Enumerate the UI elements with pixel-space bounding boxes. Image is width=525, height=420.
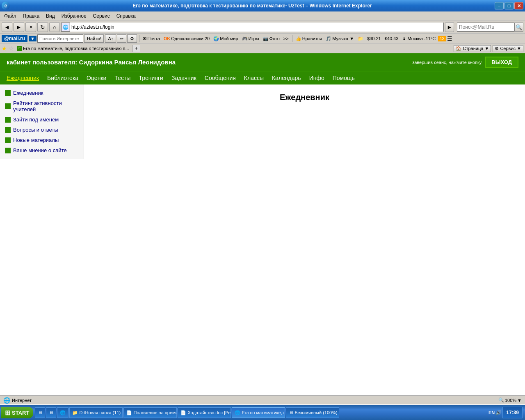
- mail-search-input[interactable]: [38, 35, 83, 42]
- browser-icon: e: [2, 2, 10, 10]
- zoom-control[interactable]: 🔍 100% ▼: [498, 397, 522, 403]
- logout-btn[interactable]: ВЫХОД: [485, 57, 518, 68]
- ok-icon: OK: [164, 36, 171, 41]
- menu-view[interactable]: Вид: [43, 12, 57, 20]
- mail-logo[interactable]: @mail.ru: [2, 35, 27, 42]
- nav-item-tests[interactable]: Тесты: [114, 71, 130, 84]
- home-btn[interactable]: ⌂: [49, 22, 60, 32]
- nav-item-trainings[interactable]: Тренинги: [139, 71, 163, 84]
- games-icon: 🎮: [242, 36, 248, 41]
- nravitsya-link[interactable]: 👍 Нравится: [294, 36, 324, 41]
- menu-service[interactable]: Сервис: [91, 12, 112, 20]
- nav-item-classes[interactable]: Классы: [244, 71, 264, 84]
- main-layout: Ежедневник Рейтинг активности учителей З…: [0, 84, 525, 159]
- music-icon: 🎵: [326, 36, 331, 41]
- currency2: €40.43: [383, 36, 400, 41]
- page-content: Ежедневник: [84, 84, 525, 159]
- find-btn[interactable]: Найти!: [84, 34, 104, 43]
- window-title: Егэ по математике, подготовка к тестиров…: [10, 3, 495, 9]
- menu-edit[interactable]: Правка: [21, 12, 42, 20]
- address-icon: 🌐: [62, 23, 70, 31]
- content-area: кабинет пользователя: Сидоркина Раисья Л…: [0, 53, 525, 395]
- games-link[interactable]: 🎮 Игры: [241, 36, 260, 41]
- nav-item-messages[interactable]: Сообщения: [205, 71, 236, 84]
- mail-search-dropdown[interactable]: ▼: [29, 36, 37, 41]
- search-input[interactable]: [457, 23, 514, 32]
- menu-help[interactable]: Справка: [114, 12, 138, 20]
- site-header: кабинет пользователя: Сидоркина Раисья Л…: [0, 53, 525, 71]
- sidebar-item-new-materials[interactable]: Новые материалы: [2, 135, 82, 145]
- status-right: 🔍 100% ▼: [498, 397, 522, 403]
- status-bar: 🌐 Интернет 🔍 100% ▼: [0, 395, 525, 404]
- status-left: 🌐 Интернет: [3, 397, 32, 404]
- back-btn[interactable]: ◄: [2, 22, 12, 32]
- photo-link[interactable]: 📷 Фото: [262, 36, 281, 41]
- nav-item-library[interactable]: Библиотека: [47, 71, 78, 84]
- forward-btn[interactable]: ►: [14, 22, 24, 32]
- maximize-btn[interactable]: □: [504, 2, 514, 9]
- go-btn[interactable]: ►: [445, 22, 454, 32]
- search-btn[interactable]: 🔍: [514, 23, 523, 32]
- bookmark-favicon: E: [17, 46, 22, 51]
- bookmark-tab1[interactable]: E Егэ по математике, подготовка к тестир…: [16, 46, 131, 51]
- title-bar: e Егэ по математике, подготовка к тестир…: [0, 0, 525, 11]
- opinion-icon: [5, 148, 11, 153]
- tools-btn[interactable]: ⚙ Сервис ▼: [493, 45, 523, 52]
- search-area: 🔍: [457, 23, 523, 32]
- nav-item-grades[interactable]: Оценки: [87, 71, 106, 84]
- nav-item-help[interactable]: Помощь: [333, 71, 355, 84]
- font-btn-a[interactable]: A↑: [105, 34, 116, 43]
- nav-item-calendar[interactable]: Календарь: [272, 71, 301, 84]
- currency1: $30.21: [366, 36, 382, 41]
- new-materials-icon: [5, 137, 11, 143]
- nav-item-diary[interactable]: Ежедневник: [7, 71, 39, 84]
- minimize-btn[interactable]: –: [495, 2, 504, 9]
- address-input[interactable]: [70, 23, 443, 32]
- font-btn-c[interactable]: ⚙: [127, 34, 137, 43]
- font-btn-b[interactable]: ✏: [117, 34, 126, 43]
- menu-favorites[interactable]: Избранное: [59, 12, 89, 20]
- favorites-star[interactable]: ★: [2, 45, 7, 52]
- sidebar-item-rating[interactable]: Рейтинг активности учителей: [2, 98, 82, 114]
- add-tab-btn[interactable]: +: [132, 45, 140, 52]
- globe-icon: 🌐: [3, 397, 10, 404]
- weather-link[interactable]: 🌡 Москва -11°C: [401, 36, 437, 41]
- window-controls: – □ ✕: [495, 2, 523, 9]
- sidebar: Ежедневник Рейтинг активности учителей З…: [0, 84, 84, 159]
- login-as-icon: [5, 117, 11, 123]
- sidebar-item-diary[interactable]: Ежедневник: [2, 88, 82, 98]
- refresh-btn[interactable]: ↻: [37, 22, 48, 32]
- mail-link[interactable]: ✉ Почта: [142, 36, 161, 41]
- add-favorite-star[interactable]: ☆: [9, 45, 14, 52]
- photo-icon: 📷: [263, 36, 269, 41]
- menu-file[interactable]: Файл: [2, 12, 19, 20]
- qa-icon: [5, 127, 11, 133]
- site-nav: Ежедневник Библиотека Оценки Тесты Трени…: [0, 71, 525, 84]
- more-btn[interactable]: >>: [282, 36, 290, 41]
- weather-icon: 🌡: [402, 36, 406, 41]
- sidebar-item-login-as[interactable]: Зайти под именем: [2, 114, 82, 125]
- page-btn[interactable]: 🏠 Страница ▼: [454, 45, 491, 52]
- mail-toolbar: @mail.ru ▼ Найти! A↑ ✏ ⚙ ✉ Почта OK Одно…: [0, 34, 525, 44]
- currency-folder[interactable]: 📁: [356, 36, 365, 41]
- mail-extra-btn[interactable]: ☰: [447, 35, 452, 42]
- sidebar-item-opinion[interactable]: Ваше мнение о сайте: [2, 145, 82, 155]
- sidebar-item-qa[interactable]: Вопросы и ответы: [2, 125, 82, 135]
- status-text: Интернет: [12, 398, 32, 403]
- myworld-icon: 🌍: [213, 36, 219, 41]
- close-btn[interactable]: ✕: [514, 2, 523, 9]
- music-link[interactable]: 🎵 Музыка ▼: [324, 36, 355, 41]
- stop-btn[interactable]: ✕: [25, 22, 36, 32]
- nav-item-problems[interactable]: Задачник: [171, 71, 196, 84]
- logout-hint: завершив сеанс, нажмите кнопку: [412, 60, 482, 65]
- logout-area: завершив сеанс, нажмите кнопку ВЫХОД: [412, 57, 518, 68]
- bookmarks-bar: ★ ☆ E Егэ по математике, подготовка к те…: [0, 44, 525, 53]
- odnoklassniki-link[interactable]: OK Одноклассники 20: [162, 36, 211, 41]
- bookmarks-right: 🏠 Страница ▼ ⚙ Сервис ▼: [454, 45, 523, 52]
- weather-badge[interactable]: 43: [438, 36, 445, 41]
- envelope-icon: ✉: [143, 36, 146, 41]
- zoom-icon: 🔍: [498, 397, 504, 403]
- myworld-link[interactable]: 🌍 Мой мир: [212, 36, 239, 41]
- rating-icon: [5, 103, 11, 109]
- nav-item-info[interactable]: Инфо: [309, 71, 324, 84]
